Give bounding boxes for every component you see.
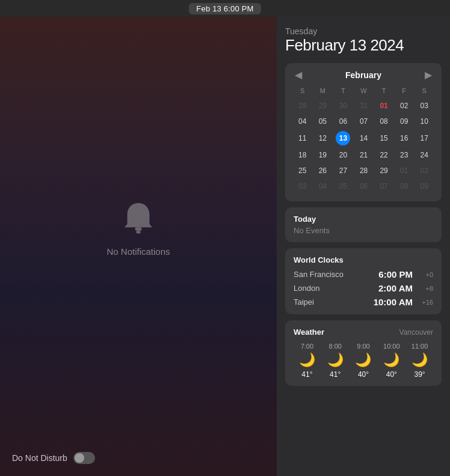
cal-day-cell[interactable]: 08 xyxy=(394,178,415,194)
toggle-knob xyxy=(75,453,84,463)
cal-day-cell[interactable]: 29 xyxy=(374,163,394,178)
cal-day-cell[interactable]: 21 xyxy=(354,147,374,163)
date-weekday: Tuesday xyxy=(285,26,442,36)
cal-header: ◀ February ▶ xyxy=(292,70,434,80)
clocks-widget: World Clocks San Francisco 6:00 PM +0 Lo… xyxy=(285,248,442,314)
cal-day-header: M xyxy=(313,86,333,98)
weather-temp: 41° xyxy=(301,370,312,379)
cal-day-cell[interactable]: 02 xyxy=(414,163,434,178)
weather-hour-time: 10:00 xyxy=(383,343,400,350)
weather-location: Vancouver xyxy=(399,328,433,337)
cal-day-cell[interactable]: 19 xyxy=(313,147,333,163)
dnd-row: Do Not Disturb xyxy=(12,452,95,464)
weather-hour-item: 8:00 🌙 41° xyxy=(322,343,349,379)
cal-day-cell[interactable]: 29 xyxy=(313,98,333,114)
weather-temp: 40° xyxy=(358,370,369,379)
cal-next-button[interactable]: ▶ xyxy=(422,70,434,80)
cal-day-cell[interactable]: 07 xyxy=(354,114,374,129)
cal-day-cell[interactable]: 20 xyxy=(333,147,354,163)
weather-temp: 39° xyxy=(415,370,425,379)
cal-day-cell[interactable]: 01 xyxy=(394,163,415,178)
cal-day-cell[interactable]: 10 xyxy=(414,114,434,129)
cal-day-header: F xyxy=(394,86,415,98)
cal-day-cell[interactable]: 24 xyxy=(414,147,434,163)
cal-day-cell[interactable]: 04 xyxy=(313,178,333,194)
weather-moon-icon: 🌙 xyxy=(299,352,315,368)
clock-time: 2:00 AM xyxy=(378,283,413,293)
cal-day-cell[interactable]: 17 xyxy=(414,129,434,147)
cal-day-cell[interactable]: 22 xyxy=(374,147,394,163)
weather-temp: 41° xyxy=(330,370,341,379)
svg-rect-1 xyxy=(136,230,140,233)
cal-day-cell[interactable]: 28 xyxy=(292,98,313,114)
cal-day-cell[interactable]: 14 xyxy=(354,129,374,147)
cal-day-cell[interactable]: 15 xyxy=(374,129,394,147)
cal-day-cell[interactable]: 03 xyxy=(414,98,434,114)
cal-day-cell[interactable]: 23 xyxy=(394,147,415,163)
weather-hour-time: 8:00 xyxy=(328,343,341,350)
menubar-datetime: Feb 13 6:00 PM xyxy=(189,3,260,14)
bell-icon xyxy=(120,201,156,239)
weather-hours: 7:00 🌙 41° 8:00 🌙 41° 9:00 🌙 40° 10:00 🌙… xyxy=(294,343,433,379)
clock-time: 6:00 PM xyxy=(378,269,413,279)
cal-month-label: February xyxy=(345,70,381,80)
calendar-grid: SMTWTFS 28293031010203040506070809101112… xyxy=(292,86,434,194)
clock-city: Taipei xyxy=(294,298,374,307)
clock-offset: +0 xyxy=(416,271,433,278)
weather-hour-time: 9:00 xyxy=(357,343,369,350)
dnd-label: Do Not Disturb xyxy=(12,453,67,463)
weather-hour-time: 11:00 xyxy=(411,343,428,350)
cal-day-cell[interactable]: 28 xyxy=(354,163,374,178)
main-container: No Notifications Do Not Disturb Tuesday … xyxy=(0,17,450,476)
weather-moon-icon: 🌙 xyxy=(383,352,399,368)
cal-day-cell[interactable]: 05 xyxy=(333,178,354,194)
clocks-list: San Francisco 6:00 PM +0 London 2:00 AM … xyxy=(294,269,433,307)
no-notifications-text: No Notifications xyxy=(106,246,170,257)
cal-day-cell[interactable]: 07 xyxy=(374,178,394,194)
events-widget: Today No Events xyxy=(285,207,442,242)
clock-city: London xyxy=(294,284,378,293)
right-panel: Tuesday February 13 2024 ◀ February ▶ SM… xyxy=(277,17,450,476)
cal-day-cell[interactable]: 31 xyxy=(354,98,374,114)
date-header: Tuesday February 13 2024 xyxy=(285,26,442,57)
weather-moon-icon: 🌙 xyxy=(327,352,344,368)
cal-day-header: S xyxy=(414,86,434,98)
cal-day-cell[interactable]: 27 xyxy=(333,163,354,178)
weather-moon-icon: 🌙 xyxy=(411,352,428,368)
cal-day-cell[interactable]: 12 xyxy=(313,129,333,147)
clock-row: Taipei 10:00 AM +16 xyxy=(294,297,433,307)
cal-day-cell[interactable]: 05 xyxy=(313,114,333,129)
cal-day-cell[interactable]: 09 xyxy=(394,114,415,129)
cal-day-header: T xyxy=(374,86,394,98)
cal-day-header: S xyxy=(292,86,313,98)
cal-day-cell[interactable]: 09 xyxy=(414,178,434,194)
cal-day-header: W xyxy=(354,86,374,98)
cal-day-header: T xyxy=(333,86,354,98)
cal-day-cell[interactable]: 26 xyxy=(313,163,333,178)
cal-prev-button[interactable]: ◀ xyxy=(292,70,304,80)
menubar: Feb 13 6:00 PM xyxy=(0,0,450,17)
cal-day-cell[interactable]: 13 xyxy=(333,129,354,147)
weather-widget: Weather Vancouver 7:00 🌙 41° 8:00 🌙 41° … xyxy=(285,320,442,386)
clock-row: San Francisco 6:00 PM +0 xyxy=(294,269,433,279)
cal-day-cell[interactable]: 03 xyxy=(292,178,313,194)
cal-day-cell[interactable]: 01 xyxy=(374,98,394,114)
cal-day-cell[interactable]: 02 xyxy=(394,98,415,114)
events-empty-text: No Events xyxy=(294,226,433,235)
cal-day-cell[interactable]: 06 xyxy=(333,114,354,129)
dnd-toggle[interactable] xyxy=(73,452,95,464)
weather-title: Weather xyxy=(294,328,324,337)
cal-day-cell[interactable]: 11 xyxy=(292,129,313,147)
weather-hour-item: 11:00 🌙 39° xyxy=(406,343,433,379)
cal-day-cell[interactable]: 30 xyxy=(333,98,354,114)
weather-header: Weather Vancouver xyxy=(294,328,433,337)
svg-rect-0 xyxy=(135,227,141,231)
cal-day-cell[interactable]: 18 xyxy=(292,147,313,163)
cal-day-cell[interactable]: 04 xyxy=(292,114,313,129)
cal-day-cell[interactable]: 08 xyxy=(374,114,394,129)
events-today-label: Today xyxy=(294,215,433,224)
cal-day-cell[interactable]: 25 xyxy=(292,163,313,178)
cal-day-cell[interactable]: 06 xyxy=(354,178,374,194)
weather-hour-item: 10:00 🌙 40° xyxy=(378,343,405,379)
cal-day-cell[interactable]: 16 xyxy=(394,129,415,147)
